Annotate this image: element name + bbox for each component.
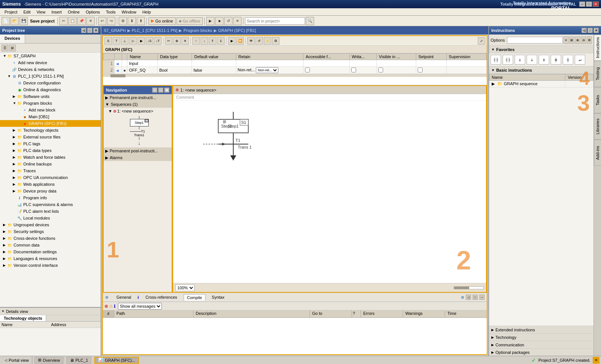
- expand-arrow[interactable]: ▶: [3, 243, 7, 247]
- extended-instructions-section[interactable]: ▶ Extended instructions: [489, 326, 593, 333]
- search-in-project-input[interactable]: [245, 17, 305, 25]
- sfc-canvas[interactable]: S1 ⊞ Step1 Step1 T1 Trans 1 2: [173, 101, 486, 283]
- menu-window[interactable]: Window: [119, 9, 139, 15]
- fav-cross-set[interactable]: ╪: [551, 55, 561, 65]
- tree-item-ungrouped[interactable]: ▶ 📁 Ungrouped devices: [0, 221, 101, 228]
- nav-zoom-in-btn[interactable]: +: [152, 87, 157, 93]
- tree-list-btn[interactable]: ⊞: [9, 45, 16, 51]
- horizontal-scrollbar[interactable]: [103, 74, 487, 77]
- breadcrumb-program-blocks[interactable]: Program blocks: [183, 28, 212, 33]
- fav-updown[interactable]: ↕: [539, 55, 549, 65]
- fav-connect-right[interactable]: ┤├: [503, 55, 513, 65]
- inst-pin-btn[interactable]: ◁: [581, 28, 587, 33]
- minimize-button[interactable]: ─: [579, 2, 585, 7]
- expand-arrow[interactable]: ▶: [13, 169, 17, 173]
- insert-trans-btn[interactable]: ↓T: [154, 37, 162, 45]
- monitor-btn[interactable]: 👁: [247, 37, 255, 45]
- error-icon[interactable]: ⊗: [104, 304, 108, 309]
- tree-item-languages[interactable]: ▶ 📁 Languages & resources: [0, 255, 101, 262]
- inst-item-name[interactable]: ▶ 📁 GRAPH sequence: [489, 81, 565, 87]
- open-button[interactable]: 📂: [11, 17, 19, 25]
- menu-edit[interactable]: Edit: [20, 9, 33, 15]
- inst-search-input[interactable]: [507, 37, 563, 44]
- expand-arrow[interactable]: ▶: [13, 162, 17, 166]
- expand-arrow[interactable]: ▶: [3, 236, 7, 240]
- inst-collapse-btn[interactable]: ⊖: [581, 36, 586, 44]
- tree-item-opc-ua[interactable]: ▶ 📁 OPC UA communication: [0, 174, 101, 181]
- inst-grid-btn[interactable]: ⊞: [569, 36, 575, 44]
- fav-cross[interactable]: ┼: [563, 55, 573, 65]
- expand-arrow[interactable]: ▶: [13, 149, 17, 152]
- mini-step-s1[interactable]: S1 Step1: [130, 119, 149, 126]
- copy-button[interactable]: 📋: [68, 17, 77, 25]
- details-tab-technology[interactable]: Technology objects: [0, 315, 46, 321]
- disconnect-button[interactable]: ✕: [233, 17, 242, 25]
- tree-item-root[interactable]: ▼ 📁 S7_GRAPH: [0, 53, 101, 59]
- cut-btn[interactable]: ✂: [165, 37, 172, 45]
- graph-taskbar-item[interactable]: 📊 GRAPH (SFC)...: [94, 357, 139, 364]
- expand-arrow[interactable]: ▶: [3, 230, 7, 233]
- tree-item-doc-settings[interactable]: ▶ 📁 Documentation settings: [0, 248, 101, 255]
- tree-item-plc-tags[interactable]: ▶ 📁 PLC tags: [0, 140, 101, 147]
- tree-item-program-blocks[interactable]: ▼ 📁 Program blocks: [0, 100, 101, 107]
- redo-button[interactable]: ↪: [107, 17, 115, 25]
- tree-item-plc1[interactable]: ▼ 🖥 PLC_1 [CPU 1511-1 PN]: [0, 73, 101, 80]
- go-offline-button[interactable]: ■ Go offline: [177, 17, 203, 25]
- expand-arrow[interactable]: ▶: [13, 128, 17, 132]
- prop-float-btn[interactable]: □: [473, 295, 478, 300]
- compile-button[interactable]: ⚙: [119, 17, 127, 25]
- memory-reset-button[interactable]: ↺: [224, 17, 233, 25]
- row-name[interactable]: OFF_SQ: [127, 67, 158, 74]
- details-expand-arrow[interactable]: ▼: [2, 310, 5, 313]
- tree-item-web-apps[interactable]: ▶ 📁 Web applications: [0, 181, 101, 188]
- up-btn[interactable]: ↑: [192, 37, 200, 45]
- copy-btn[interactable]: ⊕: [173, 37, 181, 45]
- step-btn[interactable]: S: [104, 37, 112, 45]
- expand-arrow[interactable]: ▶: [13, 142, 17, 146]
- tree-item-plc-supervisions[interactable]: 📊 PLC supervisions & alarms: [0, 201, 101, 208]
- portal-view-btn[interactable]: ◁ Portal view: [2, 356, 32, 364]
- down2-btn[interactable]: ⇓: [217, 37, 225, 45]
- seq-end-btn[interactable]: ▶: [137, 37, 145, 45]
- zoom-select[interactable]: 100% 50% 75% 150% 200%: [175, 284, 195, 291]
- online-btn[interactable]: ⚡: [264, 37, 271, 45]
- expand-arrow[interactable]: ▶: [13, 155, 17, 159]
- zoom-slider-thumb[interactable]: [454, 287, 469, 289]
- save-button[interactable]: 💾: [20, 17, 28, 25]
- tree-item-add-new-block[interactable]: + Add new block: [0, 107, 101, 113]
- row-type[interactable]: Bool: [157, 67, 192, 74]
- refresh-btn[interactable]: ↺: [255, 37, 263, 45]
- breadcrumb-plc1[interactable]: PLC_1 [CPU 1511-1 PN]: [132, 28, 178, 33]
- fav-down-coil[interactable]: ↓: [515, 55, 525, 65]
- expand-arrow[interactable]: ▶: [13, 189, 17, 193]
- expand-arrow[interactable]: ▼: [3, 54, 7, 58]
- restore-button[interactable]: □: [586, 2, 592, 7]
- overview-taskbar-item[interactable]: ⊞ Overview: [35, 357, 63, 364]
- zoom-slider-track[interactable]: [454, 286, 484, 289]
- up2-btn[interactable]: ⇑: [209, 37, 216, 45]
- visible-check[interactable]: [378, 68, 383, 72]
- side-tab-testing[interactable]: Testing: [594, 61, 601, 87]
- fav-down-box[interactable]: ↓: [527, 55, 537, 65]
- go-online-button[interactable]: ▶ Go online: [148, 17, 175, 25]
- expand-arrow[interactable]: ▶: [3, 250, 7, 254]
- tree-item-alarm-texts[interactable]: 📝 PLC alarm text lists: [0, 208, 101, 215]
- tree-item-watch-tables[interactable]: ▶ 📁 Watch and force tables: [0, 154, 101, 161]
- nav-section-pre[interactable]: ▶ Permanent pre-instructi...: [104, 94, 172, 101]
- tree-item-local-modules[interactable]: 🔧 Local modules: [0, 215, 101, 221]
- show-messages-select[interactable]: Show all messages: [118, 303, 162, 310]
- expand-arrow[interactable]: ▶: [3, 223, 7, 227]
- upload-button[interactable]: ⬆: [137, 17, 145, 25]
- run-btn[interactable]: ▶: [228, 37, 236, 45]
- tree-content[interactable]: ▼ 📁 S7_GRAPH + Add new device 🔗 Devices …: [0, 53, 101, 307]
- menu-tools[interactable]: Tools: [103, 9, 119, 15]
- nav-fit-btn[interactable]: ⊞: [164, 87, 169, 93]
- technology-section[interactable]: ▶ Technology: [489, 333, 593, 341]
- scrollbar-thumb[interactable]: [110, 74, 125, 77]
- prop-tab-cross[interactable]: Cross-references: [142, 294, 180, 301]
- plc1-taskbar-item[interactable]: 🖥 PLC_1: [66, 357, 92, 364]
- side-tab-instructions[interactable]: Instructions: [594, 35, 601, 61]
- save-project-label[interactable]: Save project: [29, 19, 56, 23]
- tree-item-security[interactable]: ▶ 📁 Security settings: [0, 228, 101, 235]
- tree-item-version-control[interactable]: ▶ 📁 Version control interface: [0, 262, 101, 269]
